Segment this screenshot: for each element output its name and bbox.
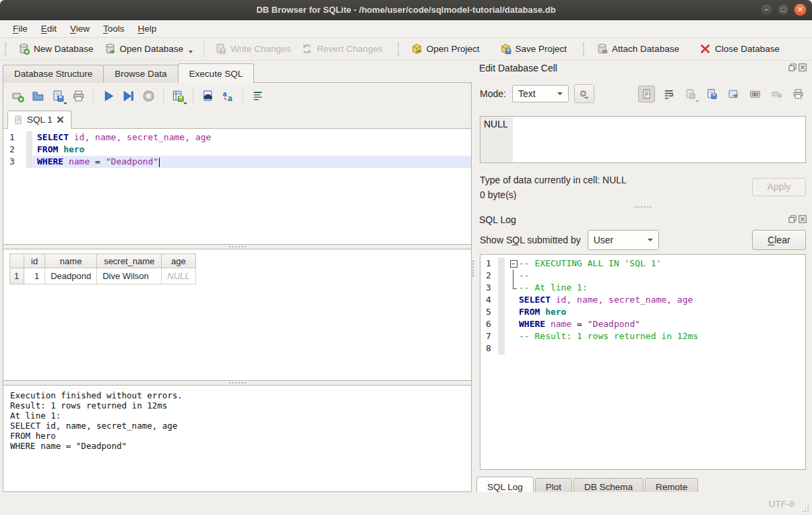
write-changes-icon [215, 43, 226, 55]
tab-execute-sql[interactable]: Execute SQL [178, 63, 255, 83]
cell-secret_name[interactable]: Dive Wilson [97, 268, 162, 284]
close-database-button[interactable]: Close Database [694, 40, 785, 57]
toolbar-drag-handle[interactable] [5, 42, 8, 56]
main-tab-bar: Database Structure Browse Data Execute S… [3, 63, 253, 83]
code-line[interactable]: 3-- At line 1: [480, 282, 805, 294]
export-cell-button[interactable] [704, 86, 720, 102]
row-number[interactable]: 1 [10, 268, 24, 284]
execute-current-line-button[interactable] [121, 88, 136, 104]
save-results-icon [172, 90, 185, 102]
open-database-button[interactable]: Open Database [99, 40, 199, 57]
save-results-button[interactable] [170, 88, 186, 104]
link-icon [749, 88, 761, 100]
attach-database-button[interactable]: Attach Database [591, 40, 685, 57]
toolbar-drag-handle[interactable] [583, 42, 586, 56]
find-icon [201, 90, 214, 102]
menu-help[interactable]: Help [132, 22, 163, 36]
fold-marker-icon [509, 270, 519, 282]
menu-edit[interactable]: Edit [35, 22, 63, 36]
column-header-name[interactable]: name [45, 254, 97, 268]
cell-age[interactable]: NULL [162, 268, 195, 284]
code-line[interactable]: 1-- EXECUTING ALL IN 'SQL 1' [480, 258, 805, 270]
clear-log-button[interactable]: Clear [752, 230, 806, 250]
stop-button[interactable] [141, 88, 156, 104]
auto-completion-button[interactable]: aa [220, 88, 236, 104]
write-changes-button[interactable]: Write Changes [210, 40, 296, 57]
stop-icon [142, 90, 155, 102]
format-sql-button[interactable] [250, 88, 266, 104]
close-dock-icon[interactable] [799, 214, 807, 225]
code-line[interactable]: 3WHERE name = "Deadpond" [3, 156, 471, 168]
code-line[interactable]: 1SELECT id, name, secret_name, age [3, 131, 471, 144]
copy-link-button[interactable] [747, 86, 763, 102]
save-results-dropdown-caret[interactable] [183, 102, 187, 104]
log-filter-label: Show SQL submitted by [480, 235, 581, 245]
cell-id[interactable]: 1 [24, 268, 45, 284]
execute-sql-panel: aa SQL 1 1SELECT id, name, secret_name, … [3, 82, 472, 492]
open-project-button[interactable]: Open Project [406, 40, 485, 57]
log-filter-row: Show SQL submitted by User Clear [480, 230, 806, 250]
dock-splitter[interactable] [474, 205, 812, 209]
sql-code-editor[interactable]: 1SELECT id, name, secret_name, age2FROM … [3, 129, 471, 245]
code-line[interactable]: 2FROM hero [3, 144, 471, 156]
close-button[interactable]: ✕ [794, 3, 807, 16]
sql-editor-toolbar: aa [3, 83, 471, 109]
close-dock-icon[interactable] [799, 63, 807, 73]
tab-browse-data[interactable]: Browse Data [103, 65, 178, 83]
print-cell-button[interactable] [790, 86, 806, 102]
float-dock-icon[interactable] [788, 214, 797, 225]
log-filter-select[interactable]: User [588, 230, 659, 250]
sql-log-view[interactable]: 1-- EXECUTING ALL IN 'SQL 1'2--3-- At li… [480, 254, 806, 470]
column-header-age[interactable]: age [162, 254, 195, 268]
code-line[interactable]: 6WHERE name = "Deadpond" [480, 318, 805, 330]
sql1-tab[interactable]: SQL 1 [7, 111, 71, 129]
close-tab-icon[interactable] [57, 116, 64, 123]
menu-tools[interactable]: Tools [97, 22, 131, 36]
revert-changes-button[interactable]: Revert Changes [296, 40, 388, 57]
save-sql-dropdown-caret[interactable] [63, 102, 67, 104]
open-external-button[interactable] [726, 86, 741, 102]
log-filter-value: User [594, 235, 614, 245]
titlebar[interactable]: DB Browser for SQLite - /home/user/code/… [0, 0, 812, 20]
table-row[interactable]: 11DeadpondDive WilsonNULL [10, 268, 196, 284]
menu-file[interactable]: File [7, 22, 34, 36]
find-replace-button[interactable] [200, 88, 216, 104]
mode-select[interactable]: Text [512, 85, 569, 102]
new-database-button[interactable]: New Database [13, 40, 99, 57]
text-mode-button[interactable] [638, 86, 655, 102]
results-table[interactable]: idnamesecret_nameage11DeadpondDive Wilso… [9, 253, 196, 284]
code-line[interactable]: 7-- Result: 1 rows returned in 12ms [480, 330, 805, 342]
maximize-button[interactable]: □ [777, 3, 790, 16]
fold-marker-icon[interactable] [509, 258, 519, 270]
open-database-dropdown-caret[interactable] [189, 51, 193, 53]
code-line[interactable]: 5FROM hero [480, 306, 805, 318]
save-sql-file-button[interactable] [51, 88, 66, 104]
code-line[interactable]: 4SELECT id, name, secret_name, age [480, 294, 805, 306]
toolbar-drag-handle[interactable] [398, 42, 401, 56]
float-dock-icon[interactable] [788, 63, 797, 73]
column-header-secret_name[interactable]: secret_name [97, 254, 162, 268]
resize-grip[interactable] [801, 504, 809, 512]
minimize-button[interactable]: − [760, 3, 773, 16]
apply-button[interactable]: Apply [752, 178, 806, 196]
main-toolbar: New Database Open Database Write Changes… [0, 38, 812, 61]
new-sql-tab-button[interactable] [10, 88, 26, 104]
fold-marker-icon [509, 294, 519, 306]
code-line[interactable]: 2-- [480, 270, 805, 282]
auto-switch-mode-button[interactable] [574, 84, 594, 103]
column-header-id[interactable]: id [24, 254, 45, 268]
cell-value-editor[interactable]: NULL [480, 116, 806, 163]
set-null-button[interactable] [769, 86, 784, 102]
import-cell-button[interactable] [683, 86, 698, 102]
code-line[interactable]: 8 [480, 342, 805, 355]
tab-database-structure[interactable]: Database Structure [3, 65, 104, 83]
row-number-header[interactable] [10, 254, 24, 268]
execute-all-button[interactable] [100, 88, 116, 104]
open-sql-file-button[interactable] [30, 88, 46, 104]
print-sql-button[interactable] [71, 88, 86, 104]
save-project-button[interactable]: Save Project [495, 40, 573, 57]
messages-panel: Execution finished without errors. Resul… [3, 385, 471, 491]
menu-view[interactable]: View [64, 22, 96, 36]
word-wrap-button[interactable] [661, 86, 677, 102]
cell-name[interactable]: Deadpond [45, 268, 97, 284]
